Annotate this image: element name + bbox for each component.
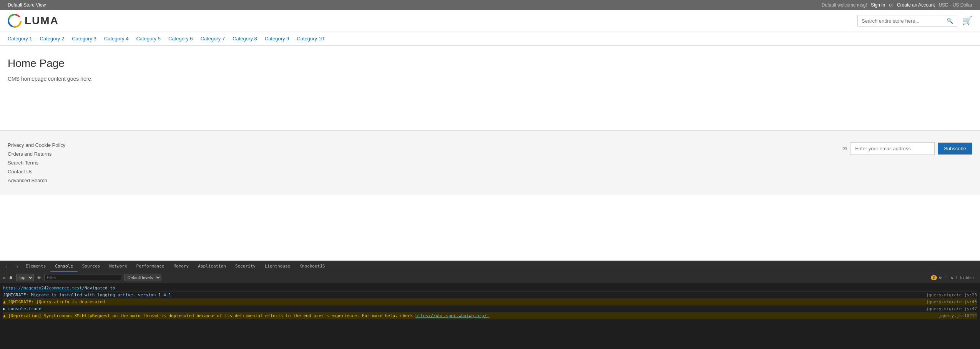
footer-link[interactable]: Contact Us [8, 169, 65, 174]
signin-link[interactable]: Sign In [871, 2, 885, 8]
logo-icon [8, 14, 22, 28]
top-bar-right: Default welcome msg! Sign In or Create a… [822, 2, 972, 8]
top-bar: Default Store View Default welcome msg! … [0, 0, 980, 10]
cart-icon[interactable]: 🛒 [962, 16, 972, 26]
nav-item-category-5[interactable]: Category 5 [136, 36, 161, 42]
nav-item-category-9[interactable]: Category 9 [265, 36, 289, 42]
nav-item-category-10[interactable]: Category 10 [297, 36, 324, 42]
welcome-msg: Default welcome msg! [822, 2, 867, 8]
nav-item-category-2[interactable]: Category 2 [40, 36, 65, 42]
footer-link[interactable]: Orders and Returns [8, 151, 65, 157]
page-title: Home Page [8, 57, 972, 70]
store-label: Default Store View [8, 2, 46, 8]
search-icon[interactable]: 🔍 [947, 18, 953, 24]
footer-link[interactable]: Search Terms [8, 160, 65, 166]
nav-item-category-8[interactable]: Category 8 [233, 36, 257, 42]
footer-newsletter: ✉ Subscribe [842, 142, 972, 155]
main-content: Home Page CMS homepage content goes here… [0, 46, 980, 130]
email-icon: ✉ [842, 146, 847, 152]
footer-link[interactable]: Advanced Search [8, 178, 65, 183]
search-input[interactable] [862, 18, 947, 24]
main-nav: Category 1Category 2Category 3Category 4… [0, 32, 980, 46]
footer-link[interactable]: Privacy and Cookie Policy [8, 142, 65, 148]
nav-item-category-1[interactable]: Category 1 [8, 36, 32, 42]
subscribe-button[interactable]: Subscribe [938, 143, 972, 155]
nav-item-category-7[interactable]: Category 7 [201, 36, 225, 42]
nav-item-category-6[interactable]: Category 6 [168, 36, 193, 42]
logo-area: LUMA [8, 14, 59, 28]
currency-selector[interactable]: USD - US Dollar [939, 2, 972, 8]
search-box: 🔍 [857, 15, 957, 27]
or-text: or [889, 2, 893, 8]
logo-text[interactable]: LUMA [25, 15, 59, 27]
page-body: CMS homepage content goes here. [8, 76, 972, 82]
newsletter-email-input[interactable] [850, 142, 935, 155]
create-account-link[interactable]: Create an Account [897, 2, 935, 8]
nav-item-category-3[interactable]: Category 3 [72, 36, 96, 42]
nav-item-category-4[interactable]: Category 4 [104, 36, 129, 42]
footer-links: Privacy and Cookie PolicyOrders and Retu… [8, 142, 65, 183]
header: LUMA 🔍 🛒 [0, 10, 980, 32]
footer: Privacy and Cookie PolicyOrders and Retu… [0, 130, 980, 195]
